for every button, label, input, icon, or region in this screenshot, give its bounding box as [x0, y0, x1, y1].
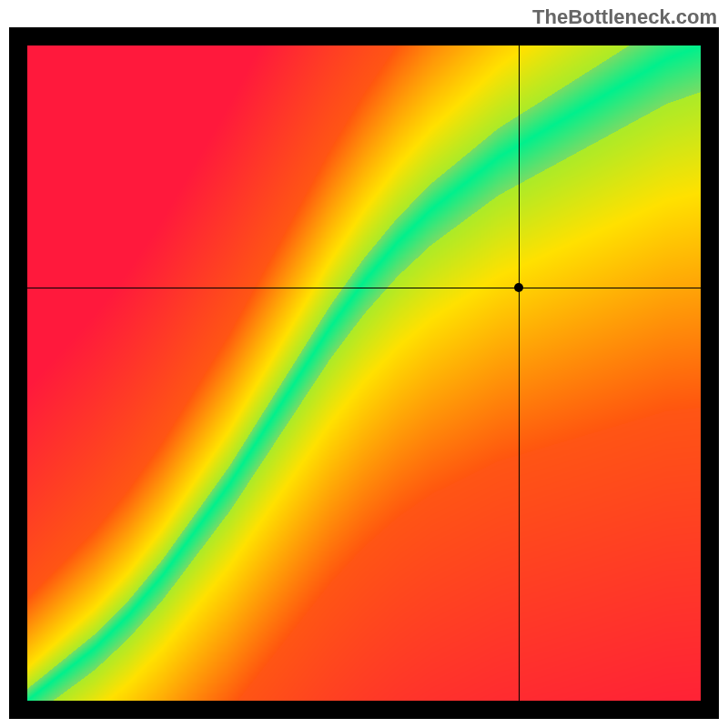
marker-point	[514, 283, 523, 292]
chart-container: TheBottleneck.com	[0, 0, 728, 728]
crosshair-vertical	[519, 46, 520, 701]
heatmap-area	[27, 46, 701, 701]
crosshair-horizontal	[27, 288, 701, 288]
watermark-text: TheBottleneck.com	[532, 5, 717, 29]
heatmap-canvas	[27, 46, 701, 701]
